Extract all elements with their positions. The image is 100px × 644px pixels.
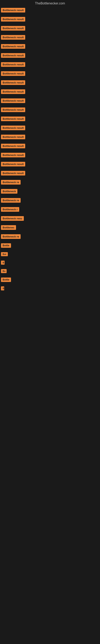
items-container: Bottleneck resultBottleneck resultBottle… xyxy=(0,7,100,296)
bottleneck-item: Bottle xyxy=(1,278,100,283)
bottleneck-badge: Bottleneck re xyxy=(1,198,21,203)
bottleneck-item: Bottleneck result xyxy=(1,135,100,140)
bottleneck-badge: B xyxy=(1,286,4,290)
bottleneck-item: Bottleneck result xyxy=(1,53,100,58)
bottleneck-item: Bottleneck result xyxy=(1,71,100,77)
bottleneck-badge: Bottle xyxy=(1,243,11,248)
bottleneck-badge: Bottleneck result xyxy=(1,162,25,166)
bottleneck-badge: Bottleneck result xyxy=(1,108,25,112)
bottleneck-badge: Bottleneck result xyxy=(1,8,25,12)
bottleneck-badge: Bottleneck result xyxy=(1,26,25,30)
bottleneck-badge: Bottleneck result xyxy=(1,35,25,40)
bottleneck-item: Bottleneck result xyxy=(1,162,100,167)
bottleneck-badge: Bottleneck result xyxy=(1,153,25,158)
bottleneck-item: Bottleneck result xyxy=(1,44,100,50)
bottleneck-item: Bottleneck result xyxy=(1,98,100,104)
bottleneck-item: Bottleneck r xyxy=(1,207,100,212)
bottleneck-badge: Bottleneck r xyxy=(1,207,19,212)
bottleneck-badge: Bottleneck result xyxy=(1,116,25,121)
bottleneck-badge: Bottlenec xyxy=(1,225,16,230)
bottleneck-badge: Bottleneck result xyxy=(1,98,25,103)
bottleneck-badge: Bottleneck result xyxy=(1,135,25,139)
bottleneck-item: Bottleneck result xyxy=(1,17,100,22)
bottleneck-item: Bottleneck result xyxy=(1,80,100,86)
bottleneck-item: Bottleneck re xyxy=(1,180,100,185)
bottleneck-badge: Bottleneck result xyxy=(1,126,25,130)
bottleneck-item: Bottleneck result xyxy=(1,126,100,131)
bottleneck-badge: Bottleneck result xyxy=(1,71,25,76)
bottleneck-item: Bottle xyxy=(1,243,100,248)
bottleneck-item: Bottleneck re xyxy=(1,198,100,204)
bottleneck-badge: Bottleneck result xyxy=(1,44,25,49)
bottleneck-item: Bottleneck result xyxy=(1,171,100,176)
bottleneck-item: Bottleneck result xyxy=(1,116,100,122)
bottleneck-badge: B xyxy=(1,260,4,265)
bottleneck-badge: Bottleneck result xyxy=(1,89,25,94)
bottleneck-badge: Bottleneck result xyxy=(1,53,25,58)
bottleneck-item: B xyxy=(1,260,100,266)
bottleneck-badge: Bottleneck xyxy=(1,189,17,194)
bottleneck-item: Bottleneck result xyxy=(1,108,100,113)
bottleneck-badge: Bottleneck result xyxy=(1,171,25,176)
bottleneck-item: B xyxy=(1,286,100,291)
bottleneck-badge: Bottleneck re xyxy=(1,180,21,184)
bottleneck-badge: Bottle xyxy=(1,278,11,282)
bottleneck-item: Bottleneck resu xyxy=(1,216,100,222)
bottleneck-badge: Bottleneck result xyxy=(1,62,25,67)
bottleneck-badge: Bottleneck result xyxy=(1,80,25,85)
bottleneck-item: Bottleneck re xyxy=(1,234,100,240)
bottleneck-item: Bottleneck result xyxy=(1,153,100,158)
bottleneck-item: Bottleneck result xyxy=(1,8,100,13)
bottleneck-item: Bottleneck result xyxy=(1,35,100,40)
bottleneck-item: Bo xyxy=(1,269,100,274)
bottleneck-badge: Bottleneck re xyxy=(1,234,21,239)
bottleneck-item: Bottleneck result xyxy=(1,26,100,32)
bottleneck-badge: Bottleneck resu xyxy=(1,216,24,221)
bottleneck-item: Bottlenec xyxy=(1,225,100,231)
bottleneck-badge: Bottleneck result xyxy=(1,17,25,22)
bottleneck-item: Bottleneck xyxy=(1,189,100,194)
bottleneck-item: Bottleneck result xyxy=(1,62,100,68)
bottleneck-item: Bot xyxy=(1,252,100,257)
site-title: TheBottlenecker.com xyxy=(0,0,100,7)
bottleneck-item: Bottleneck result xyxy=(1,89,100,95)
bottleneck-badge: Bot xyxy=(1,252,8,256)
bottleneck-badge: Bo xyxy=(1,269,7,273)
bottleneck-item: Bottleneck result xyxy=(1,144,100,149)
bottleneck-badge: Bottleneck result xyxy=(1,144,25,148)
